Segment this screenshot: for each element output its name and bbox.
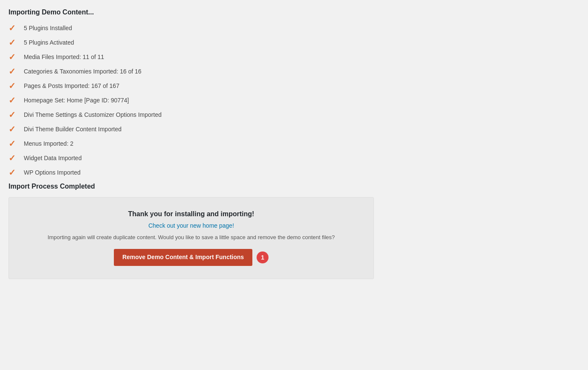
checklist-item: ✓Categories & Taxonomies Imported: 16 of… [8,67,580,76]
checklist-item-text: Divi Theme Settings & Customizer Options… [24,111,161,118]
remove-demo-button[interactable]: Remove Demo Content & Import Functions [114,249,252,266]
checklist-item: ✓5 Plugins Activated [8,38,580,47]
checklist-item-text: Widget Data Imported [24,155,82,161]
warning-text: Importing again will create duplicate co… [17,234,365,240]
checklist-item: ✓Menus Imported: 2 [8,139,580,148]
completed-title: Import Process Completed [8,183,580,190]
check-icon: ✓ [8,53,18,61]
check-icon: ✓ [8,67,18,76]
check-icon: ✓ [8,125,18,133]
checklist-item-text: Homepage Set: Home [Page ID: 90774] [24,97,129,104]
checklist-item-text: Media Files Imported: 11 of 11 [24,54,104,60]
check-icon: ✓ [8,139,18,148]
page-title: Importing Demo Content... [8,8,580,16]
checklist-item-text: WP Options Imported [24,169,81,176]
check-icon: ✓ [8,168,18,177]
completion-box: Thank you for installing and importing! … [8,197,374,279]
checklist-item: ✓Divi Theme Builder Content Imported [8,125,580,133]
checklist-item: ✓5 Plugins Installed [8,24,580,32]
checklist-item-text: Menus Imported: 2 [24,140,74,147]
check-icon: ✓ [8,24,18,32]
checklist: ✓5 Plugins Installed✓5 Plugins Activated… [8,24,580,177]
checklist-item: ✓Pages & Posts Imported: 167 of 167 [8,82,580,90]
thank-you-text: Thank you for installing and importing! [17,210,365,218]
check-icon: ✓ [8,96,18,105]
button-wrapper: Remove Demo Content & Import Functions 1 [17,249,365,266]
checklist-item: ✓Homepage Set: Home [Page ID: 90774] [8,96,580,105]
checklist-item: ✓Divi Theme Settings & Customizer Option… [8,110,580,119]
check-icon: ✓ [8,154,18,162]
checklist-item-text: 5 Plugins Installed [24,25,72,31]
checklist-item: ✓Media Files Imported: 11 of 11 [8,53,580,61]
checklist-item-text: Pages & Posts Imported: 167 of 167 [24,82,119,89]
check-icon: ✓ [8,82,18,90]
checklist-item: ✓Widget Data Imported [8,154,580,162]
checklist-item-text: Categories & Taxonomies Imported: 16 of … [24,68,141,75]
check-icon: ✓ [8,110,18,119]
checklist-item-text: 5 Plugins Activated [24,39,74,46]
home-page-link[interactable]: Check out your new home page! [17,222,365,229]
badge-number: 1 [257,251,269,263]
checklist-item-text: Divi Theme Builder Content Imported [24,126,122,133]
checklist-item: ✓WP Options Imported [8,168,580,177]
check-icon: ✓ [8,38,18,47]
